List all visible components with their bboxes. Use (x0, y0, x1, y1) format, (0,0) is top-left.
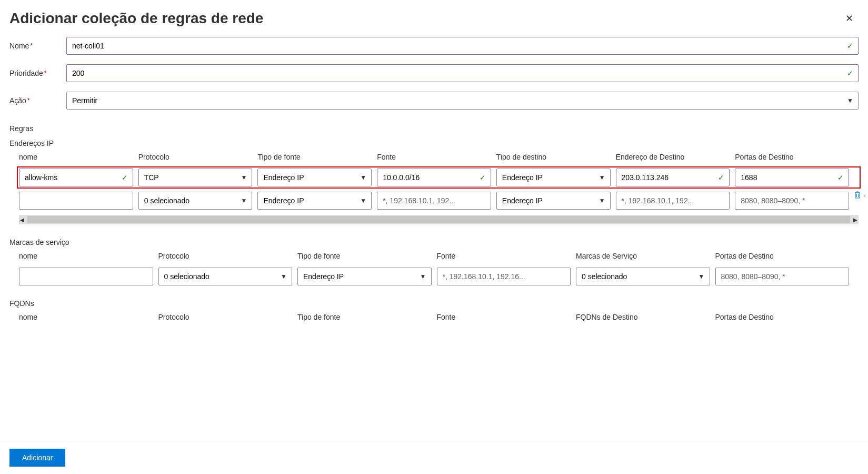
source-type-select[interactable] (257, 169, 372, 186)
name-input[interactable] (66, 37, 859, 55)
dest-type-select[interactable] (496, 192, 611, 210)
label-priority: Prioridade* (9, 69, 66, 77)
close-icon[interactable]: ✕ (840, 9, 859, 27)
rule-name-input[interactable] (19, 169, 133, 186)
fqdns-grid: nome Protocolo Tipo de fonte Fonte FQDNs… (9, 313, 859, 323)
service-tags-heading: Marcas de serviço (9, 238, 859, 246)
service-tags-grid: nome Protocolo Tipo de fonte Fonte Marca… (9, 252, 859, 285)
source-type-select[interactable] (297, 268, 432, 285)
col-srctype: Tipo de fonte (297, 313, 432, 323)
more-icon[interactable]: · (864, 191, 866, 200)
protocol-select[interactable] (158, 268, 293, 285)
source-type-select[interactable] (257, 192, 372, 210)
ip-addresses-heading: Endereços IP (9, 139, 859, 147)
horizontal-scrollbar[interactable]: ◀ ▶ (19, 215, 859, 224)
source-input[interactable] (377, 192, 491, 210)
protocol-select[interactable] (138, 169, 253, 186)
dest-address-input[interactable] (616, 169, 730, 186)
dest-ports-input[interactable] (715, 268, 850, 285)
col-dstports: Portas de Destino (715, 313, 850, 323)
dest-ports-input[interactable] (735, 192, 849, 210)
col-dstports: Portas de Destino (735, 153, 849, 163)
col-protocol: Protocolo (158, 252, 293, 262)
col-srctype: Tipo de fonte (297, 252, 432, 262)
scroll-left-icon[interactable]: ◀ (20, 217, 24, 223)
service-tags-select[interactable] (576, 268, 710, 285)
label-action: Ação* (9, 96, 66, 105)
col-srctype: Tipo de fonte (257, 153, 372, 163)
col-source: Fonte (437, 252, 571, 262)
col-protocol: Protocolo (138, 153, 253, 163)
dest-address-input[interactable] (616, 192, 730, 210)
col-dstaddr: Endereço de Destino (616, 153, 730, 163)
source-input[interactable] (377, 169, 491, 186)
col-protocol: Protocolo (158, 313, 293, 323)
scroll-right-icon[interactable]: ▶ (853, 217, 857, 223)
svg-rect-0 (855, 193, 860, 198)
page-title: Adicionar coleção de regras de rede (9, 9, 263, 27)
protocol-select[interactable] (138, 192, 253, 210)
rules-heading: Regras (9, 124, 859, 133)
col-dsttype: Tipo de destino (496, 153, 611, 163)
dest-type-select[interactable] (496, 169, 611, 186)
rule-name-input[interactable] (19, 268, 153, 285)
ip-rules-grid: nome Protocolo Tipo de fonte Fonte Tipo … (9, 153, 859, 224)
col-source: Fonte (377, 153, 491, 163)
rule-name-input[interactable] (19, 192, 133, 210)
priority-input[interactable] (66, 64, 859, 82)
fqdns-heading: FQDNs (9, 299, 859, 308)
action-select[interactable] (66, 92, 859, 110)
col-fqdns: FQDNs de Destino (576, 313, 710, 323)
col-source: Fonte (437, 313, 571, 323)
label-name: Nome* (9, 42, 66, 50)
col-dstports: Portas de Destino (715, 252, 850, 262)
col-name: nome (19, 252, 153, 262)
col-name: nome (19, 153, 133, 163)
dest-ports-input[interactable] (735, 169, 849, 186)
col-svctags: Marcas de Serviço (576, 252, 710, 262)
col-name: nome (19, 313, 153, 323)
scroll-thumb[interactable] (27, 216, 850, 223)
source-input[interactable] (437, 268, 571, 285)
delete-icon[interactable] (853, 191, 862, 201)
